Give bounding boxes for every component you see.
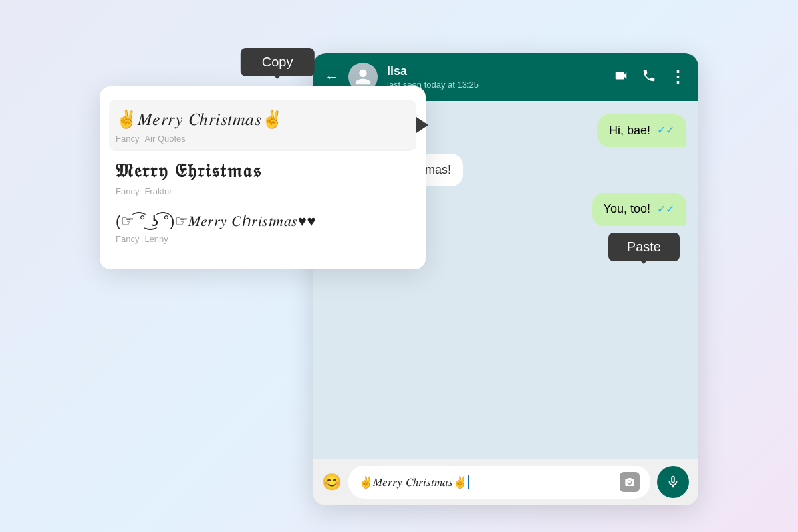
contact-name: lisa <box>387 65 604 78</box>
selection-arrow-icon <box>416 117 428 133</box>
font-text-lenny: (☞ ͡° ͜ʖ ͡°)☞𝑀𝑒𝑟𝑟𝑦 𝐶ℎ𝑟𝑖𝑠𝑡𝑚𝑎𝑠♥♥ <box>116 213 410 230</box>
message-sent-1: Hi, bae! ✓✓ <box>597 114 686 147</box>
copy-tooltip[interactable]: Copy <box>241 48 315 76</box>
text-cursor <box>468 475 469 489</box>
font-text-fraktur: 𝔐𝔢𝔯𝔯𝔶 𝔈𝔥𝔯𝔦𝔰𝔱𝔪𝔞𝔰 <box>116 160 410 182</box>
header-action-icons: ⋮ <box>614 68 686 86</box>
input-text-display: ✌️𝑀𝑒𝑟𝑟𝑦 𝐶ℎ𝑟𝑖𝑠𝑡𝑚𝑎𝑠✌️ <box>359 475 620 489</box>
mic-button[interactable] <box>657 466 689 498</box>
font-tags-air-quotes: Fancy Air Quotes <box>116 134 410 144</box>
phone-call-icon[interactable] <box>642 68 656 86</box>
input-text-value: ✌️𝑀𝑒𝑟𝑟𝑦 𝐶ℎ𝑟𝑖𝑠𝑡𝑚𝑎𝑠✌️ <box>359 475 467 489</box>
message-input-box[interactable]: ✌️𝑀𝑒𝑟𝑟𝑦 𝐶ℎ𝑟𝑖𝑠𝑡𝑚𝑎𝑠✌️ <box>348 466 650 499</box>
paste-tooltip-wrapper: Paste <box>608 233 680 261</box>
font-item-lenny[interactable]: (☞ ͡° ͜ʖ ͡°)☞𝑀𝑒𝑟𝑟𝑦 𝐶ℎ𝑟𝑖𝑠𝑡𝑚𝑎𝑠♥♥ Fancy Len… <box>116 203 410 251</box>
font-item-air-quotes[interactable]: ✌️𝑀𝑒𝑟𝑟𝑦 𝐶ℎ𝑟𝑖𝑠𝑡𝑚𝑎𝑠✌️ Fancy Air Quotes <box>109 100 416 151</box>
scene: Copy ✌️𝑀𝑒𝑟𝑟𝑦 𝐶ℎ𝑟𝑖𝑠𝑡𝑚𝑎𝑠✌️ Fancy Air Quote… <box>100 33 698 499</box>
person-icon <box>354 68 372 86</box>
font-tags-fraktur: Fancy Fraktur <box>116 186 410 196</box>
back-button[interactable]: ← <box>325 68 339 86</box>
contact-info: lisa last seen today at 13:25 <box>387 65 604 90</box>
font-text-air-quotes: ✌️𝑀𝑒𝑟𝑟𝑦 𝐶ℎ𝑟𝑖𝑠𝑡𝑚𝑎𝑠✌️ <box>116 109 410 130</box>
font-tags-lenny: Fancy Lenny <box>116 234 410 244</box>
paste-tooltip[interactable]: Paste <box>608 233 680 261</box>
emoji-button[interactable]: 😊 <box>322 473 342 491</box>
read-ticks-icon: ✓✓ <box>657 202 674 217</box>
camera-icon[interactable] <box>620 472 640 492</box>
message-sent-2: You, too! ✓✓ <box>592 193 686 225</box>
fancy-panel: Copy ✌️𝑀𝑒𝑟𝑟𝑦 𝐶ℎ𝑟𝑖𝑠𝑡𝑚𝑎𝑠✌️ Fancy Air Quote… <box>100 86 426 269</box>
more-options-icon[interactable]: ⋮ <box>670 68 686 86</box>
font-item-fraktur[interactable]: 𝔐𝔢𝔯𝔯𝔶 𝔈𝔥𝔯𝔦𝔰𝔱𝔪𝔞𝔰 Fancy Fraktur <box>116 151 410 203</box>
read-ticks-icon: ✓✓ <box>657 123 674 138</box>
video-call-icon[interactable] <box>614 68 628 86</box>
message-text: Hi, bae! <box>609 122 650 139</box>
message-text: You, too! <box>604 201 650 217</box>
input-area: 😊 ✌️𝑀𝑒𝑟𝑟𝑦 𝐶ℎ𝑟𝑖𝑠𝑡𝑚𝑎𝑠✌️ <box>313 459 698 505</box>
